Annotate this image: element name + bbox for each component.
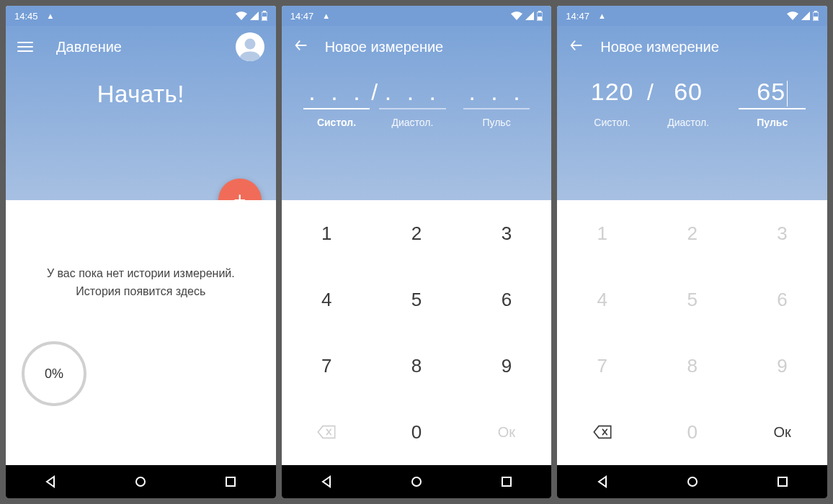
keypad: 1 2 3 4 5 6 7 8 9 0 Ок bbox=[282, 200, 552, 465]
svg-rect-8 bbox=[538, 17, 542, 20]
back-button[interactable] bbox=[293, 37, 309, 56]
key-1: 1 bbox=[557, 200, 647, 266]
key-ok: Ок bbox=[461, 399, 551, 465]
keypad: 1 2 3 4 5 6 7 8 9 0 Ок bbox=[557, 200, 827, 465]
content: У вас пока нет истории измерений. Истори… bbox=[6, 200, 276, 465]
key-7[interactable]: 7 bbox=[282, 333, 372, 399]
diastolic-field[interactable]: 60 Диастол. bbox=[646, 78, 731, 128]
topbar: Новое измерение bbox=[282, 26, 552, 68]
android-navbar bbox=[282, 465, 552, 498]
headline: Начать! bbox=[6, 81, 276, 108]
pulse-label: Пульс bbox=[459, 117, 535, 128]
backspace-icon bbox=[316, 425, 337, 439]
nav-recent[interactable] bbox=[216, 467, 245, 496]
status-bar: 14:47 ▲ bbox=[557, 6, 827, 26]
key-5[interactable]: 5 bbox=[372, 266, 462, 333]
systolic-label: Систол. bbox=[574, 117, 650, 128]
header: Новое измерение . . . Систол. / . . . Ди… bbox=[282, 26, 552, 200]
signal-icon bbox=[250, 12, 259, 20]
diastolic-value: 60 bbox=[655, 78, 722, 109]
svg-rect-15 bbox=[778, 477, 787, 486]
key-3[interactable]: 3 bbox=[461, 200, 551, 266]
progress-value: 0% bbox=[45, 366, 63, 382]
back-button[interactable] bbox=[569, 37, 584, 56]
signal-icon bbox=[801, 12, 810, 20]
screen-measure-empty: 14:47 ▲ Новое измерение . . . Систол. / … bbox=[282, 6, 552, 498]
avatar[interactable] bbox=[236, 32, 264, 61]
pulse-field[interactable]: . . . Пульс bbox=[455, 78, 539, 128]
key-5: 5 bbox=[647, 266, 737, 333]
nav-home[interactable] bbox=[402, 467, 431, 496]
svg-point-3 bbox=[244, 39, 255, 50]
diastolic-field[interactable]: . . . Диастол. bbox=[370, 78, 455, 128]
nav-home[interactable] bbox=[126, 467, 155, 496]
page-title: Новое измерение bbox=[325, 39, 540, 55]
systolic-field[interactable]: . . . Систол. bbox=[295, 78, 379, 128]
content: 1 2 3 4 5 6 7 8 9 0 Ок bbox=[557, 200, 827, 465]
key-ok[interactable]: Ок bbox=[737, 399, 827, 465]
key-backspace[interactable] bbox=[557, 399, 647, 465]
key-8[interactable]: 8 bbox=[372, 333, 462, 399]
content: 1 2 3 4 5 6 7 8 9 0 Ок bbox=[282, 200, 552, 465]
menu-icon[interactable] bbox=[17, 39, 33, 55]
warning-icon: ▲ bbox=[322, 12, 330, 20]
diastolic-label: Диастол. bbox=[375, 117, 450, 128]
battery-icon bbox=[813, 11, 819, 21]
status-time: 14:47 bbox=[566, 11, 589, 22]
key-8: 8 bbox=[647, 333, 737, 399]
systolic-value: . . . bbox=[303, 78, 370, 109]
svg-rect-1 bbox=[263, 11, 266, 12]
key-0: 0 bbox=[647, 399, 737, 465]
wifi-icon bbox=[236, 12, 247, 20]
page-title: Новое измерение bbox=[600, 39, 816, 55]
header: Новое измерение 120 Систол. / 60 Диастол… bbox=[557, 26, 827, 200]
svg-point-14 bbox=[688, 477, 697, 486]
svg-rect-7 bbox=[538, 11, 541, 12]
key-6[interactable]: 6 bbox=[461, 266, 551, 333]
svg-point-4 bbox=[136, 477, 145, 486]
systolic-label: Систол. bbox=[299, 117, 375, 128]
nav-home[interactable] bbox=[678, 467, 707, 496]
key-9[interactable]: 9 bbox=[461, 333, 551, 399]
pulse-label: Пульс bbox=[734, 117, 810, 128]
status-bar: 14:47 ▲ bbox=[282, 6, 552, 26]
diastolic-value: . . . bbox=[379, 78, 446, 109]
screen-home: 14:45 ▲ Давление Начать! + У вас пока не… bbox=[6, 6, 276, 498]
warning-icon: ▲ bbox=[598, 12, 606, 20]
progress-indicator[interactable]: 0% bbox=[22, 341, 86, 406]
key-6: 6 bbox=[737, 266, 827, 333]
topbar: Давление bbox=[6, 26, 276, 68]
page-title: Давление bbox=[56, 39, 236, 55]
key-7: 7 bbox=[557, 333, 647, 399]
topbar: Новое измерение bbox=[557, 26, 827, 68]
nav-recent[interactable] bbox=[768, 467, 797, 496]
key-4[interactable]: 4 bbox=[282, 266, 372, 333]
key-0[interactable]: 0 bbox=[372, 399, 462, 465]
svg-rect-12 bbox=[814, 11, 817, 12]
nav-back[interactable] bbox=[588, 467, 617, 496]
nav-back[interactable] bbox=[36, 467, 65, 496]
wifi-icon bbox=[511, 12, 522, 20]
key-1[interactable]: 1 bbox=[282, 200, 372, 266]
empty-state-message: У вас пока нет истории измерений. Истори… bbox=[6, 265, 276, 301]
person-icon bbox=[237, 35, 263, 61]
svg-rect-13 bbox=[814, 17, 818, 20]
pulse-field[interactable]: 65 Пульс bbox=[730, 78, 814, 128]
status-right-icons bbox=[236, 11, 267, 21]
key-2: 2 bbox=[647, 200, 737, 266]
key-2[interactable]: 2 bbox=[372, 200, 462, 266]
svg-rect-2 bbox=[262, 17, 267, 20]
status-right-icons bbox=[787, 11, 819, 21]
pulse-value: . . . bbox=[463, 78, 530, 109]
measurement-fields: . . . Систол. / . . . Диастол. . . . Пул… bbox=[282, 72, 552, 128]
header: Давление Начать! + bbox=[6, 26, 276, 200]
status-time: 14:47 bbox=[290, 11, 314, 22]
battery-icon bbox=[262, 11, 267, 21]
key-4: 4 bbox=[557, 266, 647, 333]
nav-back[interactable] bbox=[312, 467, 341, 496]
systolic-field[interactable]: 120 Систол. bbox=[570, 78, 654, 128]
battery-icon bbox=[537, 11, 543, 21]
backspace-icon bbox=[592, 425, 612, 439]
pulse-value: 65 bbox=[739, 78, 806, 109]
nav-recent[interactable] bbox=[492, 467, 521, 496]
